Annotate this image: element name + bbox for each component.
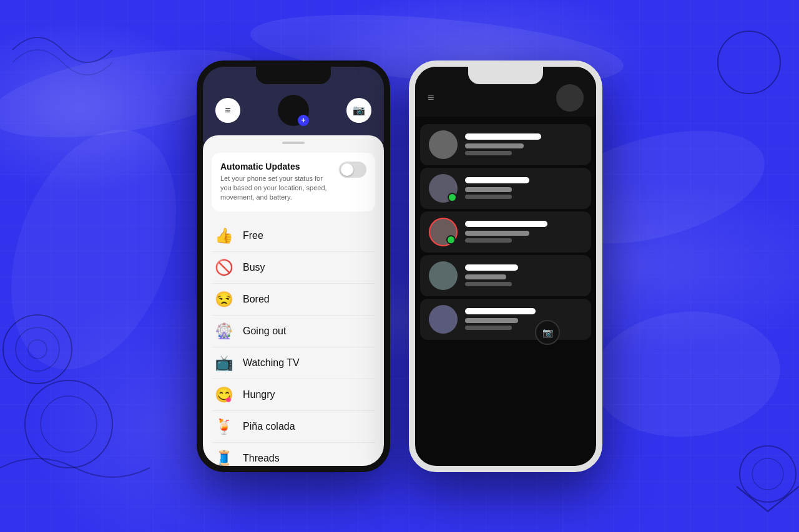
contact-avatar [429,261,458,290]
status-item[interactable]: 🚫Busy [212,252,375,284]
status-emoji: 🎡 [214,322,234,340]
auto-updates-card: Automatic Updates Let your phone set you… [212,153,375,211]
contact-avatar [429,218,458,246]
left-phone: ≡ + 📷 Automatic Updates Let your phone s… [197,60,390,472]
status-item[interactable]: 📺Watching TV [212,347,375,379]
sheet-handle [282,142,305,144]
status-item[interactable]: 😒Bored [212,284,375,316]
contact-name-bar [465,308,536,314]
status-item[interactable]: 🎡Going out [212,316,375,347]
status-item[interactable]: 😋Hungry [212,379,375,411]
plus-badge: + [298,115,309,126]
contact-sub-bar [465,318,518,323]
status-emoji: 🧵 [214,450,234,466]
contact-list: 📷 [415,117,596,347]
status-emoji: 😋 [214,386,234,404]
status-label: Hungry [243,389,275,400]
status-label: Going out [243,326,286,337]
contact-name-bar [465,264,518,271]
contact-avatar [429,174,458,203]
status-label: Watching TV [243,357,300,369]
contact-info [465,264,582,286]
menu-button[interactable]: ≡ [215,98,240,123]
contact-item[interactable] [420,124,591,165]
contact-avatar [429,305,458,334]
right-phone: ≡ 📷 [409,60,602,472]
status-emoji: 👍 [214,227,234,244]
contact-sub-bar [465,143,524,148]
status-label: Busy [243,262,265,273]
status-label: Free [243,230,263,241]
status-emoji: 📺 [214,354,234,372]
contact-sub-bar-secondary [465,238,512,243]
contact-info [465,177,582,199]
contact-name-bar [465,221,547,227]
status-label: Threads [243,453,280,464]
status-label: Piña colada [243,421,295,432]
camera-icon: 📷 [353,104,365,116]
status-item[interactable]: 🍹Piña colada [212,411,375,443]
auto-updates-text: Automatic Updates Let your phone set you… [220,162,333,203]
contact-item[interactable] [420,211,591,253]
contact-item[interactable]: 📷 [420,299,591,340]
menu-icon: ≡ [225,105,230,116]
contact-name-bar [465,177,529,183]
contact-info [465,133,582,155]
contact-item[interactable] [420,255,591,296]
avatar-button[interactable]: + [278,95,309,126]
right-menu-icon[interactable]: ≡ [428,91,434,104]
status-emoji: 🍹 [214,418,234,435]
phones-wrapper: ≡ + 📷 Automatic Updates Let your phone s… [0,0,799,532]
camera-fab-button[interactable]: 📷 [535,320,560,345]
right-avatar [556,84,584,112]
contact-sub-bar-secondary [465,151,512,155]
contact-item[interactable] [420,168,591,209]
contact-info [465,221,582,243]
status-item[interactable]: 👍Free [212,220,375,252]
contact-sub-bar [465,187,512,192]
status-label: Bored [243,294,270,305]
camera-button[interactable]: 📷 [346,98,371,123]
contact-info [465,308,582,330]
status-list: 👍Free🚫Busy😒Bored🎡Going out📺Watching TV😋H… [203,220,384,466]
contact-sub-bar-secondary [465,326,512,330]
contact-sub-bar-secondary [465,195,512,199]
plus-icon: + [301,116,305,125]
camera-fab-icon: 📷 [542,327,553,337]
left-phone-notch [256,67,331,84]
contact-avatar [429,130,458,159]
contact-sub-bar [465,274,506,279]
status-emoji: 😒 [214,291,234,308]
auto-updates-toggle[interactable] [339,162,366,178]
auto-updates-description: Let your phone set your status for you b… [220,174,333,203]
status-sheet: Automatic Updates Let your phone set you… [203,135,384,466]
contact-name-bar [465,133,541,140]
contact-sub-bar [465,231,529,236]
status-emoji: 🚫 [214,259,234,276]
contact-sub-bar-secondary [465,282,512,286]
auto-updates-title: Automatic Updates [220,162,333,172]
status-item[interactable]: 🧵Threads [212,443,375,466]
right-phone-notch [468,67,543,84]
